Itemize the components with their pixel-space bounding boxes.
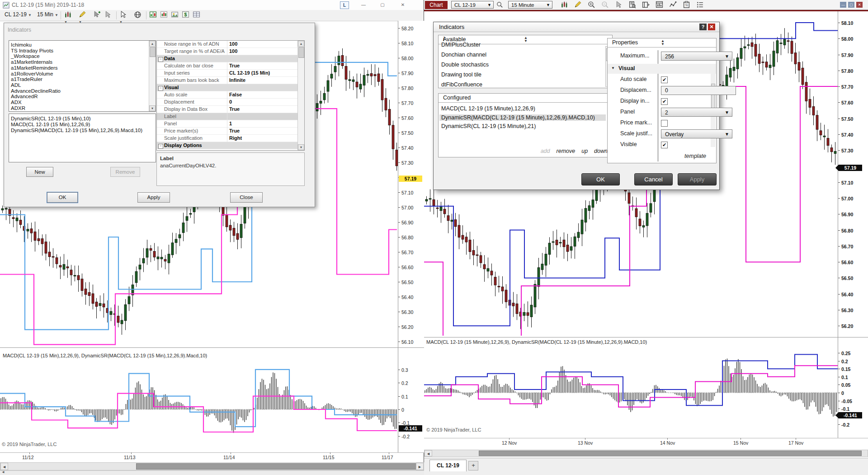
property-row[interactable]: Panel2▼ (608, 107, 716, 117)
scroll-right-icon[interactable]: ► (416, 463, 424, 470)
zoom-out-icon[interactable] (601, 1, 609, 10)
list-item[interactable]: TS Intraday Pivots (11, 48, 53, 53)
property-section[interactable]: −Data (157, 55, 304, 62)
scrollbar-thumb[interactable] (136, 463, 416, 470)
property-value[interactable]: 1 (229, 121, 232, 126)
list-item[interactable]: Double stochastics (441, 62, 489, 68)
property-value[interactable]: CL 12-19 (15 Min) (229, 70, 270, 76)
cursor-icon[interactable] (104, 11, 112, 20)
dollar-icon[interactable]: $ (182, 11, 189, 20)
list-item[interactable]: AdvanceDeclineRatio (11, 88, 61, 94)
property-control[interactable]: ✔ (661, 75, 668, 83)
property-row[interactable]: Auto scaleFalse (157, 91, 304, 99)
property-row[interactable]: Panel1 (157, 120, 304, 128)
Panel-select[interactable]: 2▼ (661, 108, 732, 117)
list-item[interactable]: a1TradeRuler (11, 76, 42, 82)
down-link[interactable]: down (594, 148, 608, 154)
property-row[interactable]: Maximum bars look backInfinite (157, 77, 304, 84)
panel-separator[interactable] (424, 337, 868, 337)
list-item[interactable]: AdvancedR (11, 94, 38, 99)
checkbox[interactable]: ✔ (661, 76, 668, 83)
list-item[interactable]: Donchian channel (441, 52, 486, 58)
configured-item[interactable]: DynamicSR(MACD(CL 12-19 (15 Minute),12,2… (439, 114, 606, 121)
minimize-button[interactable]: — (840, 2, 846, 8)
configured-panel[interactable]: Configured addremoveupdown MACD(CL 12-19… (438, 93, 613, 157)
close-button[interactable]: ✕ (856, 2, 863, 8)
collapse-icon[interactable]: − (158, 57, 163, 62)
chart-app-tab[interactable]: Chart (425, 1, 448, 9)
property-value[interactable]: Right (229, 135, 242, 141)
ok-button[interactable]: OK (581, 173, 620, 185)
collapse-icon[interactable]: ▼ (611, 66, 615, 70)
add-link[interactable]: add (541, 148, 550, 154)
property-control[interactable]: ✔ (661, 140, 668, 148)
maximize-button[interactable]: ▢ (848, 2, 854, 8)
chart-window-icon[interactable] (656, 1, 663, 10)
list-icon[interactable] (696, 1, 704, 10)
property-value[interactable]: True (229, 128, 240, 133)
property-control[interactable]: 256▼ (661, 52, 732, 61)
property-section[interactable]: ▼Visual (608, 64, 716, 74)
apply-button[interactable]: Apply (678, 173, 717, 185)
list-item[interactable]: _Workspace (11, 53, 40, 59)
list-item[interactable]: a1MarketReminders (11, 65, 58, 71)
right-price-axis[interactable]: 58.1058.0057.9057.8057.7057.6057.5057.40… (838, 11, 868, 438)
minimize-button[interactable]: — (359, 1, 368, 8)
list-item[interactable]: ADXR (11, 105, 25, 111)
cursor-icon[interactable] (615, 1, 623, 10)
property-row[interactable]: Price mark... (608, 118, 716, 128)
interval-selector[interactable]: 15 Min▼ (35, 10, 60, 19)
property-row[interactable]: Price marker(s)True (157, 128, 304, 135)
close-icon[interactable]: ✕ (708, 24, 715, 30)
scroll-up-icon[interactable]: ▲ (298, 41, 304, 47)
property-control[interactable]: Overlay▼ (661, 129, 732, 138)
checkbox[interactable]: ✔ (661, 142, 668, 148)
left-price-axis[interactable]: 58.2058.1058.0057.9057.8057.7057.6057.50… (398, 21, 424, 452)
chart-type-icon[interactable] (160, 11, 168, 20)
dialog-title-bar[interactable]: Indicators ? ✕ (434, 22, 719, 32)
close-button[interactable]: ✕ (399, 1, 407, 8)
list-item[interactable]: ADL (11, 82, 21, 88)
collapse-icon[interactable]: − (158, 144, 163, 149)
property-row[interactable]: Scale justificationRight (157, 135, 304, 142)
property-row[interactable]: Input seriesCL 12-19 (15 Min) (157, 70, 304, 77)
scroll-up-icon[interactable]: ▲▼ (612, 39, 713, 46)
list-item[interactable]: Drawing tool tile (441, 71, 481, 78)
property-value[interactable]: False (229, 92, 242, 97)
template-link[interactable]: template (684, 153, 706, 159)
property-row[interactable]: Scale justif...Overlay▼ (608, 129, 716, 139)
property-row[interactable]: Calculate on bar closeTrue (157, 62, 304, 70)
configured-item[interactable]: DynamicSR(CL 12-19 (15 Minute),21) (441, 123, 536, 129)
property-value[interactable]: True (229, 63, 240, 68)
link-button[interactable]: L (340, 1, 349, 9)
checkbox[interactable]: ✔ (661, 98, 668, 105)
configured-item[interactable]: MACD(CL 12-19 (15 Min),12,26,9) (11, 122, 90, 127)
property-row[interactable]: Display in...✔ (608, 96, 716, 106)
tab-cl-12-19[interactable]: CL 12-19 (429, 460, 467, 471)
Scale justif-select[interactable]: Overlay▼ (661, 129, 732, 138)
scrollbar-thumb[interactable] (298, 47, 304, 58)
configured-indicators-list[interactable]: DynamicSR(CL 12-19 (15 Min),10)MACD(CL 1… (9, 114, 156, 162)
property-row[interactable]: Maximum...256▼ (608, 51, 716, 61)
scroll-up-icon[interactable]: ▲ (149, 41, 156, 47)
properties-panel[interactable]: Properties ▲▼ template Maximum...256▼▼Vi… (607, 38, 717, 163)
remove-button[interactable]: Remove (110, 167, 140, 177)
apply-button[interactable]: Apply (137, 192, 170, 203)
scroll-down-icon[interactable]: ▼ (149, 105, 156, 111)
cursor-add-icon[interactable] (93, 11, 101, 20)
property-row[interactable]: Display in Data BoxTrue (157, 106, 304, 113)
list-item[interactable]: a1MarketInternals (11, 59, 52, 65)
panel-separator[interactable] (0, 347, 424, 348)
right-h-scrollbar[interactable]: ◄ (424, 450, 868, 457)
property-grid[interactable]: Noise range in % of ADN100Target range i… (156, 40, 305, 151)
help-icon[interactable]: ? (699, 24, 707, 30)
panel-split-icon[interactable] (149, 11, 157, 20)
globe-icon[interactable] (134, 11, 142, 20)
report-icon[interactable] (628, 1, 636, 10)
instrument-selector[interactable]: CL 12-19▼ (3, 10, 33, 19)
remove-link[interactable]: remove (557, 148, 576, 154)
up-link[interactable]: up (581, 148, 588, 154)
property-value[interactable]: True (229, 106, 240, 112)
property-value[interactable]: Infinite (229, 77, 245, 83)
property-value[interactable]: 100 (229, 48, 237, 54)
